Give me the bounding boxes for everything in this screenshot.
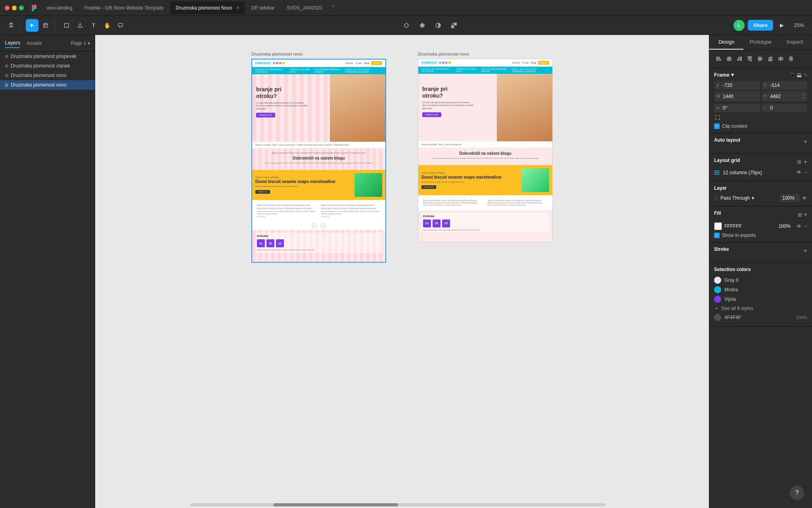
- fillcolor-tool-button[interactable]: [448, 19, 460, 32]
- layer-item-novo1[interactable]: ⊞ Druzinska pismenost novo: [0, 71, 95, 80]
- layer-item-prispevek[interactable]: ⊞ Druzinska pismenost prispevek: [0, 52, 95, 61]
- add-grid-button[interactable]: +: [804, 158, 807, 165]
- x-field[interactable]: X -720: [714, 81, 760, 90]
- next-btn[interactable]: →: [320, 223, 326, 229]
- blend-mode-dropdown[interactable]: Pass Through ▾: [720, 195, 778, 201]
- gray6-swatch[interactable]: [714, 277, 721, 284]
- grid-visibility-icon[interactable]: 👁: [797, 169, 802, 175]
- corner-field[interactable]: ⌐ 0: [762, 104, 808, 112]
- desktop-icon[interactable]: 💻: [797, 72, 802, 77]
- gray6-name: Gray 6: [724, 277, 807, 283]
- h-stepper[interactable]: ▲ ▼: [802, 93, 805, 100]
- pen-tool-button[interactable]: [74, 19, 86, 32]
- contrast-tool-button[interactable]: [432, 19, 444, 32]
- y-field[interactable]: Y -514: [762, 81, 808, 90]
- align-right-icon[interactable]: [735, 54, 744, 64]
- help-button[interactable]: ?: [790, 486, 804, 500]
- w-field[interactable]: W 1440: [714, 91, 760, 101]
- fill-color-swatch[interactable]: [714, 222, 722, 230]
- share-button[interactable]: Share: [748, 20, 773, 31]
- canvas-scrollbar[interactable]: [190, 503, 606, 506]
- frame-2[interactable]: PISMENOST Domov O nas Blogi: [418, 59, 553, 242]
- align-left-icon[interactable]: [714, 54, 724, 64]
- tab-freebie[interactable]: Freebie - Gift Store Website Template: [79, 2, 169, 14]
- add-auto-layout-button[interactable]: +: [804, 138, 807, 145]
- nav-cta[interactable]: Prijava: [371, 61, 382, 65]
- text-tool-button[interactable]: T: [87, 19, 100, 32]
- fill-visibility-icon[interactable]: 👁: [797, 223, 802, 229]
- tab-svos[interactable]: SVOS_JAN2020: [281, 2, 327, 14]
- extra-swatch[interactable]: [714, 314, 721, 321]
- featured-read-btn[interactable]: PREBERI VEČ: [255, 190, 270, 194]
- page-selector[interactable]: Page 1 ▾: [71, 40, 90, 46]
- grid-options-icon[interactable]: ⊞: [797, 159, 801, 165]
- hero-cta[interactable]: PREBERI VEČ: [256, 113, 275, 117]
- resize-icon[interactable]: ⤡: [804, 72, 807, 77]
- select-tool-button[interactable]: [26, 19, 38, 32]
- tab-dp-sidebar[interactable]: DP sidebar: [246, 2, 280, 14]
- frame-tool-button[interactable]: [39, 19, 52, 32]
- layer-visibility-icon[interactable]: 👁: [802, 195, 807, 201]
- tab-druzinska[interactable]: Druzinska pismenost Novo ✕: [170, 2, 245, 14]
- hero2-cta[interactable]: PREBERI VEČ: [422, 112, 441, 117]
- rot-field[interactable]: ↻ 0°: [714, 104, 760, 112]
- component-tool-button[interactable]: [400, 19, 413, 32]
- align-center-h-icon[interactable]: [724, 54, 734, 64]
- canvas[interactable]: Druzinska pismenost novo PISMENOST: [95, 35, 709, 508]
- layer-item-novo2[interactable]: ⊞ Druzinska pismenost novo: [0, 80, 95, 90]
- separator: [21, 21, 21, 30]
- tab-close-icon[interactable]: ✕: [236, 6, 239, 10]
- play-button[interactable]: ▶: [776, 20, 787, 31]
- close-button[interactable]: [5, 6, 10, 10]
- prototype-tab[interactable]: Prototype: [743, 35, 778, 50]
- grid-delete-icon[interactable]: −: [804, 169, 807, 175]
- fill-options-icon[interactable]: ⊞: [798, 212, 802, 218]
- fill-opacity-value[interactable]: 100%: [778, 223, 794, 229]
- layers-tab[interactable]: Layers: [5, 38, 20, 48]
- layer-item-clanek[interactable]: ⊞ Druzinska pismenost clanek: [0, 61, 95, 71]
- featured2-read-btn[interactable]: PREBERI VEČ: [421, 185, 436, 189]
- add-tab-button[interactable]: +: [328, 2, 338, 11]
- tab-woo-landing[interactable]: woo-landing: [41, 2, 78, 14]
- frame-1[interactable]: PISMENOST Domov O nas Blogi: [251, 59, 386, 263]
- fill-delete-icon[interactable]: −: [804, 223, 807, 229]
- main-menu-button[interactable]: [5, 19, 17, 32]
- h-field[interactable]: H 4482 ▲ ▼: [762, 91, 808, 101]
- svg-rect-16: [454, 23, 457, 25]
- modra-swatch[interactable]: [714, 286, 721, 293]
- maximize-button[interactable]: [19, 6, 24, 10]
- nav-cta-2[interactable]: Prijava: [538, 61, 549, 65]
- align-bottom-icon[interactable]: [766, 54, 775, 64]
- see-all-styles-button[interactable]: See all 8 styles: [714, 304, 807, 313]
- opacity-field[interactable]: 100%: [780, 194, 800, 202]
- featured-body: Sweet chocolate bar candy chocolate bar …: [255, 185, 352, 188]
- distribute-v-icon[interactable]: [786, 54, 796, 64]
- prev-btn[interactable]: ←: [312, 223, 317, 229]
- scrollbar-thumb[interactable]: [274, 503, 398, 506]
- mask-tool-button[interactable]: [416, 19, 429, 32]
- add-fill-button[interactable]: +: [804, 211, 807, 218]
- minimize-button[interactable]: [12, 6, 17, 10]
- align-center-v-icon[interactable]: [755, 54, 765, 64]
- shape-tool-button[interactable]: [60, 19, 73, 32]
- align-top-icon[interactable]: [745, 54, 755, 64]
- assets-tab[interactable]: Assets: [27, 38, 42, 48]
- vijola-swatch[interactable]: [714, 296, 721, 303]
- svg-rect-20: [717, 59, 721, 60]
- phone-icon[interactable]: 📱: [789, 72, 795, 77]
- stroke-title: Stroke: [714, 246, 729, 252]
- expand-icon[interactable]: [714, 114, 721, 121]
- hand-tool-button[interactable]: ✋: [101, 19, 113, 32]
- design-tab[interactable]: Design: [709, 35, 743, 50]
- calendar-inner: Keledar 01 05 23 Sweet vell chocolate ca…: [255, 233, 382, 253]
- clip-content-checkbox[interactable]: ✓: [714, 123, 720, 129]
- add-stroke-button[interactable]: +: [804, 247, 807, 254]
- comment-tool-button[interactable]: [114, 19, 127, 32]
- show-exports-checkbox[interactable]: ✓: [714, 233, 720, 238]
- frame-dropdown[interactable]: Frame ▾: [714, 72, 734, 78]
- inspect-tab[interactable]: Inspect: [778, 35, 812, 50]
- distribute-h-icon[interactable]: [776, 54, 785, 64]
- fill-hex-value[interactable]: FFFFFF: [724, 223, 776, 229]
- selection-colors-section: Selection colors Gray 6 Modra Vijola See…: [709, 263, 812, 327]
- zoom-level[interactable]: 25%: [791, 21, 807, 30]
